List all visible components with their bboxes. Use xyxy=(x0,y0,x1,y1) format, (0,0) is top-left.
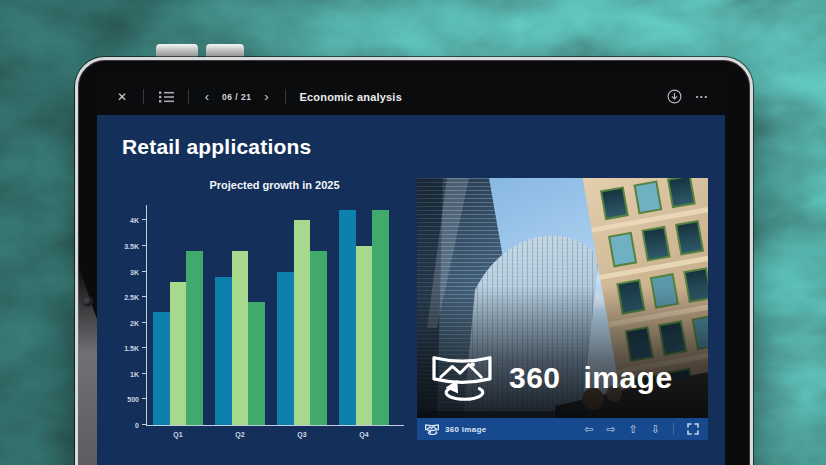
panel-toolbar-divider xyxy=(673,423,674,435)
page-indicator: 06 / 21 xyxy=(222,92,252,102)
front-camera xyxy=(82,296,93,307)
bar-q2-series-2 xyxy=(232,251,249,425)
pan-down-button[interactable]: ⇩ xyxy=(651,424,660,435)
download-button[interactable] xyxy=(667,89,682,104)
bar-q1-series-3 xyxy=(186,251,203,425)
y-axis-tick xyxy=(142,322,146,323)
y-axis-label: 3K xyxy=(105,269,139,276)
360-image-small-icon xyxy=(425,423,439,436)
y-axis-tick xyxy=(142,245,146,246)
pan-up-button[interactable]: ⇧ xyxy=(629,424,638,435)
previous-slide-button[interactable]: ‹ xyxy=(201,90,213,103)
slide-list-button[interactable] xyxy=(154,91,178,103)
bar-q4-series-3 xyxy=(372,210,389,425)
list-icon xyxy=(159,91,174,103)
bar-group-q4 xyxy=(339,210,389,425)
image-panel-label: 360 image xyxy=(445,425,486,434)
bar-group-q2 xyxy=(215,251,265,425)
bar-q2-series-1 xyxy=(215,277,232,425)
bar-q1-series-1 xyxy=(153,312,170,425)
y-axis-label: 0 xyxy=(105,422,139,429)
pan-right-button[interactable]: ⇨ xyxy=(606,424,615,435)
x-axis-label: Q3 xyxy=(277,431,327,438)
y-axis-tick xyxy=(142,373,146,374)
photo-360-label: 360 image xyxy=(509,361,673,395)
fullscreen-icon xyxy=(687,423,699,435)
360-image-icon xyxy=(431,351,493,405)
y-axis-label: 1.5K xyxy=(105,345,139,352)
y-axis-tick xyxy=(142,347,146,348)
photo-360-overlay: 360 image xyxy=(417,338,708,418)
x-axis-label: Q1 xyxy=(153,431,203,438)
y-axis-label: 2K xyxy=(105,320,139,327)
y-axis-tick xyxy=(142,219,146,220)
presentation-toolbar: ✕ ‹ 06 / 21 › Economic analysis xyxy=(97,78,725,115)
tablet-frame: ✕ ‹ 06 / 21 › Economic analysis xyxy=(75,57,753,465)
bar-q1-series-2 xyxy=(170,282,187,425)
next-slide-button[interactable]: › xyxy=(261,90,273,103)
y-axis-label: 1K xyxy=(105,371,139,378)
image-panel: 360 image 360 image ⇦ ⇨ ⇧ xyxy=(417,178,708,440)
bar-group-q3 xyxy=(277,220,327,425)
y-axis-tick xyxy=(142,296,146,297)
more-options-button[interactable]: ••• xyxy=(696,93,709,100)
bar-q2-series-3 xyxy=(248,302,265,425)
download-icon xyxy=(667,89,682,104)
y-axis-tick xyxy=(142,271,146,272)
y-axis-label: 4K xyxy=(105,217,139,224)
slide-canvas: Retail applications Projected growth in … xyxy=(97,115,725,465)
toolbar-divider xyxy=(285,89,286,104)
y-axis-label: 500 xyxy=(105,396,139,403)
bar-q4-series-1 xyxy=(339,210,356,425)
y-axis-tick xyxy=(142,398,146,399)
chart-plot: 05001K1.5K2K2.5K3K3.5K4KQ1Q2Q3Q4 xyxy=(146,205,404,426)
slide-heading: Retail applications xyxy=(122,135,311,159)
fullscreen-button[interactable] xyxy=(687,423,699,435)
x-axis-label: Q2 xyxy=(215,431,265,438)
y-axis-tick xyxy=(142,424,146,425)
pan-left-button[interactable]: ⇦ xyxy=(584,424,593,435)
bar-q3-series-2 xyxy=(294,220,311,425)
toolbar-divider xyxy=(143,89,144,104)
bar-q3-series-3 xyxy=(310,251,327,425)
chart-title: Projected growth in 2025 xyxy=(146,179,403,191)
bar-q4-series-2 xyxy=(356,246,373,425)
toolbar-divider xyxy=(188,89,189,104)
tablet-screen: ✕ ‹ 06 / 21 › Economic analysis xyxy=(97,78,725,465)
bar-q3-series-1 xyxy=(277,272,294,425)
y-axis-label: 2.5K xyxy=(105,294,139,301)
bar-group-q1 xyxy=(153,251,203,425)
slide-navigation: ‹ 06 / 21 › xyxy=(201,90,273,103)
presentation-title: Economic analysis xyxy=(300,91,402,103)
city-photo[interactable]: 360 image xyxy=(417,178,708,418)
y-axis-label: 3.5K xyxy=(105,243,139,250)
close-button[interactable]: ✕ xyxy=(111,90,133,104)
image-panel-toolbar: 360 image ⇦ ⇨ ⇧ ⇩ xyxy=(417,418,708,440)
x-axis-label: Q4 xyxy=(339,431,389,438)
